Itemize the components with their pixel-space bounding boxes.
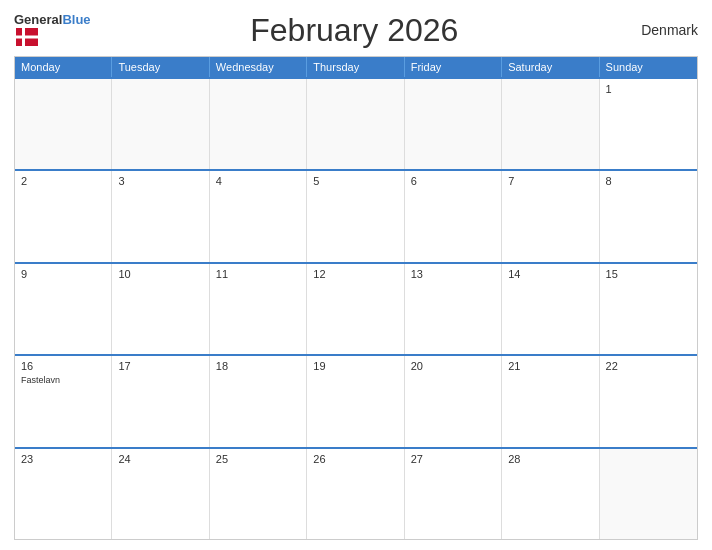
calendar-cell: 11 (210, 264, 307, 354)
logo-general-text: General (14, 12, 62, 27)
calendar-cell (600, 449, 697, 539)
country-label: Denmark (618, 22, 698, 38)
calendar-cell: 9 (15, 264, 112, 354)
calendar-cell: 26 (307, 449, 404, 539)
calendar-cell: 15 (600, 264, 697, 354)
calendar-cell: 4 (210, 171, 307, 261)
day-number: 12 (313, 268, 397, 280)
day-number: 15 (606, 268, 691, 280)
calendar-header-row: MondayTuesdayWednesdayThursdayFridaySatu… (15, 57, 697, 77)
header-day-wednesday: Wednesday (210, 57, 307, 77)
day-number: 10 (118, 268, 202, 280)
week-row-1: 2345678 (15, 169, 697, 261)
calendar-cell (307, 79, 404, 169)
calendar-cell: 16Fastelavn (15, 356, 112, 446)
day-number: 6 (411, 175, 495, 187)
day-number: 24 (118, 453, 202, 465)
header-day-thursday: Thursday (307, 57, 404, 77)
header-day-saturday: Saturday (502, 57, 599, 77)
calendar-cell: 17 (112, 356, 209, 446)
calendar-cell: 28 (502, 449, 599, 539)
calendar-cell (15, 79, 112, 169)
week-row-0: 1 (15, 77, 697, 169)
calendar-cell (502, 79, 599, 169)
calendar-cell: 24 (112, 449, 209, 539)
day-number: 18 (216, 360, 300, 372)
calendar-cell: 5 (307, 171, 404, 261)
header-day-tuesday: Tuesday (112, 57, 209, 77)
calendar-body: 12345678910111213141516Fastelavn17181920… (15, 77, 697, 539)
day-number: 7 (508, 175, 592, 187)
calendar-cell (405, 79, 502, 169)
month-title: February 2026 (91, 12, 618, 49)
calendar-cell: 14 (502, 264, 599, 354)
calendar-cell: 1 (600, 79, 697, 169)
calendar-cell: 13 (405, 264, 502, 354)
day-number: 25 (216, 453, 300, 465)
day-number: 21 (508, 360, 592, 372)
calendar-cell (210, 79, 307, 169)
calendar-cell: 23 (15, 449, 112, 539)
calendar-cell: 10 (112, 264, 209, 354)
svg-rect-2 (16, 36, 38, 39)
day-number: 4 (216, 175, 300, 187)
day-number: 5 (313, 175, 397, 187)
calendar-cell: 2 (15, 171, 112, 261)
week-row-3: 16Fastelavn171819202122 (15, 354, 697, 446)
week-row-2: 9101112131415 (15, 262, 697, 354)
calendar-cell: 22 (600, 356, 697, 446)
day-number: 20 (411, 360, 495, 372)
day-number: 19 (313, 360, 397, 372)
logo-blue-text: Blue (62, 12, 90, 27)
calendar-cell: 25 (210, 449, 307, 539)
calendar-cell: 19 (307, 356, 404, 446)
week-row-4: 232425262728 (15, 447, 697, 539)
day-number: 1 (606, 83, 691, 95)
calendar-cell: 27 (405, 449, 502, 539)
day-number: 14 (508, 268, 592, 280)
day-number: 3 (118, 175, 202, 187)
calendar-cell (112, 79, 209, 169)
day-number: 9 (21, 268, 105, 280)
day-number: 16 (21, 360, 105, 372)
day-number: 28 (508, 453, 592, 465)
day-number: 2 (21, 175, 105, 187)
logo: GeneralBlue (14, 10, 91, 50)
header-day-friday: Friday (405, 57, 502, 77)
logo-flag-icon (16, 28, 38, 46)
calendar-page: GeneralBlue February 2026 Denmark Monday… (0, 0, 712, 550)
calendar-cell: 8 (600, 171, 697, 261)
day-event: Fastelavn (21, 375, 105, 385)
calendar-cell: 7 (502, 171, 599, 261)
day-number: 17 (118, 360, 202, 372)
calendar-grid: MondayTuesdayWednesdayThursdayFridaySatu… (14, 56, 698, 540)
calendar-cell: 6 (405, 171, 502, 261)
day-number: 11 (216, 268, 300, 280)
day-number: 13 (411, 268, 495, 280)
day-number: 27 (411, 453, 495, 465)
calendar-cell: 20 (405, 356, 502, 446)
calendar-cell: 12 (307, 264, 404, 354)
header-day-sunday: Sunday (600, 57, 697, 77)
day-number: 26 (313, 453, 397, 465)
calendar-cell: 21 (502, 356, 599, 446)
day-number: 23 (21, 453, 105, 465)
day-number: 8 (606, 175, 691, 187)
day-number: 22 (606, 360, 691, 372)
calendar-cell: 18 (210, 356, 307, 446)
header: GeneralBlue February 2026 Denmark (14, 10, 698, 50)
calendar-cell: 3 (112, 171, 209, 261)
header-day-monday: Monday (15, 57, 112, 77)
